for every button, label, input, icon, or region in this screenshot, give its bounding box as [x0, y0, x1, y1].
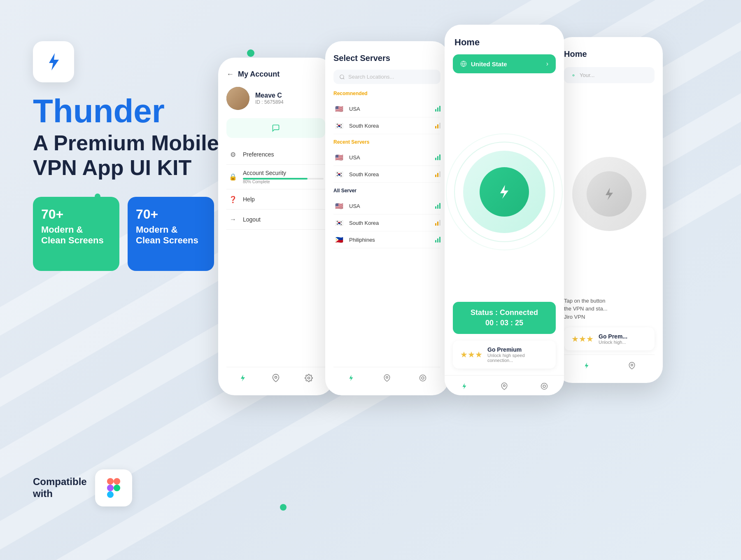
preferences-icon: ⚙ [228, 149, 238, 159]
location-icon-nav4 [628, 362, 636, 369]
signal-high-4 [435, 237, 440, 243]
figma-icon-box [95, 469, 132, 506]
feature-card-blue: 70+ Modern &Clean Screens [128, 197, 214, 271]
bolt-icon-svg [43, 51, 64, 72]
premium-sub2: Unlock high... [599, 340, 627, 345]
svg-marker-6 [241, 375, 245, 382]
server-name-usa-2: USA [349, 154, 431, 161]
inner-circle2[interactable] [587, 171, 632, 217]
nav-bolt-3[interactable] [459, 381, 469, 391]
svg-point-9 [340, 75, 344, 78]
premium-title2: Go Prem... [599, 333, 627, 340]
timer-text: 00 : 03 : 25 [461, 319, 548, 327]
server-usa-recent[interactable]: 🇺🇸 USA [333, 149, 440, 166]
nav-bolt-2[interactable] [346, 373, 356, 383]
bolt-icon-nav2 [347, 374, 355, 382]
svg-point-18 [541, 383, 547, 390]
svg-rect-4 [114, 478, 120, 485]
location-nav [272, 374, 280, 382]
svg-marker-21 [606, 188, 613, 200]
bolt-nav [239, 374, 247, 382]
svg-rect-2 [107, 485, 114, 491]
phone1-title: My Account [238, 70, 280, 79]
phone2-nav [333, 367, 440, 387]
location-bar[interactable]: United State › [453, 54, 556, 73]
svg-point-23 [631, 364, 633, 366]
svg-rect-1 [107, 478, 114, 485]
server-usa-all[interactable]: 🇺🇸 USA [333, 198, 440, 215]
profile-id: ID : 5675894 [255, 99, 284, 105]
search-icon [339, 74, 345, 80]
svg-point-19 [543, 385, 545, 387]
menu-item-help[interactable]: ❓ Help [226, 189, 325, 210]
feature-cards: 70+ Modern &Clean Screens 70+ Modern &Cl… [33, 197, 239, 271]
profile-name: Meave C [255, 92, 284, 99]
progress-text: 80% Complete [243, 180, 324, 184]
server-name-korea-3: South Korea [349, 220, 431, 226]
nav-location-icon[interactable] [271, 373, 281, 383]
content-wrapper: Thunder A Premium MobileVPN App UI KIT 7… [0, 0, 741, 560]
inner-circle[interactable] [480, 167, 529, 217]
avatar [226, 87, 249, 110]
svg-marker-16 [463, 383, 466, 390]
svg-marker-22 [585, 363, 589, 369]
server-philippines[interactable]: 🇵🇭 Philiphines [333, 231, 440, 248]
server-name-ph: Philiphines [349, 237, 431, 243]
back-button[interactable]: ← [226, 70, 234, 79]
premium-stars: ★★★ [460, 350, 482, 359]
feature-card-green: 70+ Modern &Clean Screens [33, 197, 119, 271]
chevron-right: › [546, 60, 548, 68]
menu-item-preferences[interactable]: ⚙ Preferences [226, 145, 325, 165]
search-bar: Search Locations... [333, 70, 440, 84]
location-icon-nav2 [383, 374, 391, 382]
feature-text-2: Modern &Clean Screens [136, 224, 206, 246]
signal-medium-3 [435, 220, 440, 226]
left-section: Thunder A Premium MobileVPN App UI KIT 7… [33, 41, 239, 271]
usa-flag-1: 🇺🇸 [333, 105, 345, 113]
compatible-label: Compatiblewith [33, 476, 87, 500]
svg-point-8 [308, 377, 310, 379]
message-button[interactable] [226, 118, 325, 138]
phone3-title: Home [445, 25, 564, 54]
location-text: United State [471, 61, 542, 68]
vpn-visual2 [564, 91, 655, 297]
location-pin-icon [571, 72, 576, 78]
security-label: Account Security [243, 170, 324, 176]
bolt-disabled-icon [602, 187, 617, 201]
logout-label: Logout [243, 216, 324, 223]
server-usa-recommended[interactable]: 🇺🇸 USA [333, 100, 440, 117]
nav-loc-2[interactable] [382, 373, 392, 383]
outer-ring2 [572, 157, 646, 231]
svg-marker-0 [49, 53, 59, 70]
app-subtitle: A Premium MobileVPN App UI KIT [33, 131, 239, 180]
nav-settings-2[interactable] [418, 373, 428, 383]
figma-logo [103, 478, 124, 498]
server-korea-recommended[interactable]: 🇰🇷 South Korea [333, 117, 440, 134]
nav-bolt-4[interactable] [582, 361, 592, 371]
phones-section: ← My Account Meave C ID : 5675894 [218, 25, 741, 395]
nav-home-icon[interactable] [238, 373, 248, 383]
nav-loc-3[interactable] [499, 381, 509, 391]
profile-section: Meave C ID : 5675894 [226, 87, 325, 110]
svg-marker-15 [500, 185, 508, 198]
security-icon: 🔒 [228, 172, 238, 182]
svg-point-12 [419, 375, 426, 381]
menu-item-security[interactable]: 🔒 Account Security 80% Complete [226, 165, 325, 189]
premium-info: Go Premium Unlock high speed connection.… [487, 346, 548, 363]
svg-point-5 [114, 485, 120, 491]
korea-flag-1: 🇰🇷 [333, 121, 345, 130]
korea-flag-2: 🇰🇷 [333, 170, 345, 178]
feature-number-2: 70+ [136, 207, 206, 222]
nav-loc-4[interactable] [627, 361, 637, 371]
server-korea-recent[interactable]: 🇰🇷 South Korea [333, 166, 440, 183]
phone-my-account: ← My Account Meave C ID : 5675894 [218, 58, 333, 395]
nav-settings-3[interactable] [539, 381, 549, 391]
go-premium-btn2[interactable]: ★★★ Go Prem... Unlock high... [564, 327, 655, 350]
server-korea-all[interactable]: 🇰🇷 South Korea [333, 215, 440, 231]
korea-flag-3: 🇰🇷 [333, 219, 345, 227]
desc-text: Tap on the buttonthe VPN and sta...Jiro … [564, 297, 655, 321]
settings-icon-nav2 [419, 374, 426, 382]
go-premium-btn[interactable]: ★★★ Go Premium Unlock high speed connect… [453, 341, 556, 369]
menu-item-logout[interactable]: → Logout [226, 210, 325, 230]
nav-settings-icon[interactable] [304, 373, 314, 383]
